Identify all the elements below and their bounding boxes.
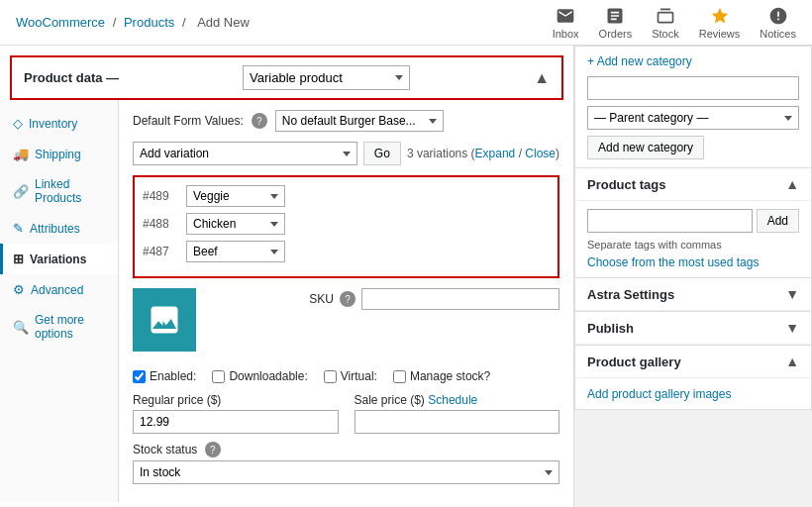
- sidebar-item-get-more[interactable]: 🔍 Get more options: [0, 305, 118, 349]
- breadcrumb-woocommerce[interactable]: WooCommerce: [16, 15, 105, 30]
- astra-settings-title: Astra Settings: [587, 287, 674, 302]
- sale-price-label: Sale price ($) Schedule: [355, 393, 560, 407]
- sidebar-item-advanced[interactable]: ⚙ Advanced: [0, 274, 118, 305]
- regular-price-field: Regular price ($): [133, 393, 339, 434]
- content-area: Default Form Values: ? No default Burger…: [119, 100, 573, 502]
- enabled-checkbox-item: Enabled:: [133, 369, 196, 383]
- categories-body: + Add new category — Parent category — A…: [575, 47, 811, 167]
- left-panel: Product data — Simple productVariable pr…: [0, 46, 574, 507]
- top-icon-orders[interactable]: Orders: [599, 6, 633, 40]
- add-gallery-images-link[interactable]: Add product gallery images: [587, 387, 731, 401]
- product-data-label: Product data —: [24, 70, 119, 85]
- most-used-tags-link[interactable]: Choose from the most used tags: [587, 255, 759, 269]
- shipping-label: Shipping: [35, 148, 81, 161]
- add-tag-button[interactable]: Add: [757, 209, 799, 233]
- shipping-icon: 🚚: [13, 147, 29, 161]
- sidebar-item-attributes[interactable]: ✎ Attributes: [0, 213, 118, 244]
- virtual-checkbox[interactable]: [324, 370, 337, 383]
- sidebar-item-inventory[interactable]: ◇ Inventory: [0, 108, 118, 139]
- attributes-icon: ✎: [13, 221, 24, 236]
- product-type-select[interactable]: Simple productVariable productGrouped pr…: [243, 65, 410, 90]
- top-icon-reviews[interactable]: Reviews: [699, 6, 741, 40]
- variation-id-489: #489: [143, 189, 178, 203]
- product-tags-body: Add Separate tags with commas Choose fro…: [575, 201, 811, 277]
- parent-category-select[interactable]: — Parent category —: [587, 106, 799, 130]
- product-tags-header[interactable]: Product tags ▲: [575, 168, 811, 201]
- breadcrumb-products[interactable]: Products: [124, 15, 174, 30]
- variation-select-487[interactable]: Beef: [186, 241, 285, 262]
- add-new-category-link[interactable]: + Add new category: [587, 54, 799, 68]
- variations-label: Variations: [30, 253, 86, 266]
- stock-status-select-wrap: In stockOut of stockOn backorder: [133, 460, 559, 484]
- product-gallery-title: Product gallery: [587, 355, 681, 369]
- variation-select-488[interactable]: Chicken: [186, 213, 285, 235]
- add-variation-select[interactable]: Add variation: [133, 142, 357, 165]
- collapse-button[interactable]: ▲: [534, 69, 550, 87]
- top-icon-notices[interactable]: Notices: [760, 6, 796, 40]
- get-more-icon: 🔍: [13, 320, 29, 335]
- top-icon-stock[interactable]: Stock: [652, 6, 679, 40]
- default-form-values-row: Default Form Values: ? No default Burger…: [133, 110, 559, 132]
- product-gallery-header[interactable]: Product gallery ▲: [575, 346, 811, 378]
- expand-link[interactable]: Expand: [475, 147, 516, 160]
- sidebar-item-shipping[interactable]: 🚚 Shipping: [0, 139, 118, 169]
- astra-toggle-icon: ▼: [785, 286, 799, 302]
- checkboxes-row: Enabled: Downloadable: Virtual: Manage s…: [133, 369, 559, 383]
- side-nav: ◇ Inventory 🚚 Shipping 🔗 Linked Products…: [0, 100, 119, 502]
- astra-settings-header[interactable]: Astra Settings ▼: [575, 278, 811, 311]
- top-icon-inbox[interactable]: Inbox: [553, 6, 579, 40]
- price-row: Regular price ($) Sale price ($) Schedul…: [133, 393, 559, 434]
- variation-item-487: #487 Beef: [143, 241, 550, 262]
- help-icon[interactable]: ?: [252, 113, 267, 129]
- right-sidebar: + Add new category — Parent category — A…: [574, 46, 812, 507]
- go-button[interactable]: Go: [363, 142, 401, 165]
- reviews-label: Reviews: [699, 28, 741, 40]
- sidebar-item-linked-products[interactable]: 🔗 Linked Products: [0, 169, 118, 213]
- variation-item-488: #488 Chicken: [143, 213, 550, 235]
- astra-settings-section: Astra Settings ▼: [574, 277, 812, 311]
- publish-header[interactable]: Publish ▼: [575, 312, 811, 345]
- downloadable-checkbox-item: Downloadable:: [212, 369, 307, 383]
- inbox-label: Inbox: [553, 28, 579, 40]
- variation-item-489: #489 Veggie: [143, 185, 550, 207]
- stock-status-select[interactable]: In stockOut of stockOn backorder: [133, 460, 559, 484]
- sku-row: SKU ?: [208, 288, 559, 310]
- top-bar: WooCommerce / Products / Add New Inbox O…: [0, 0, 812, 46]
- regular-price-input[interactable]: [133, 410, 339, 434]
- virtual-checkbox-item: Virtual:: [324, 369, 377, 383]
- default-form-select[interactable]: No default Burger Base...: [275, 110, 444, 132]
- stock-label: Stock: [652, 28, 679, 40]
- enabled-checkbox[interactable]: [133, 370, 146, 383]
- top-icons-bar: Inbox Orders Stock Reviews Notices: [553, 6, 796, 40]
- category-search-input[interactable]: [587, 76, 799, 100]
- advanced-icon: ⚙: [13, 282, 25, 297]
- linked-products-label: Linked Products: [35, 177, 108, 205]
- variation-select-489[interactable]: Veggie: [186, 185, 285, 207]
- tags-input[interactable]: [587, 209, 753, 233]
- sku-label: SKU: [309, 292, 334, 306]
- advanced-label: Advanced: [31, 283, 83, 297]
- stock-help-icon[interactable]: ?: [205, 442, 221, 457]
- publish-section: Publish ▼: [574, 311, 812, 345]
- manage-stock-checkbox[interactable]: [393, 370, 406, 383]
- product-image-placeholder[interactable]: [133, 288, 196, 352]
- regular-price-label: Regular price ($): [133, 393, 339, 407]
- tags-toggle-icon: ▲: [785, 176, 799, 192]
- variation-id-488: #488: [143, 217, 178, 231]
- virtual-label: Virtual:: [341, 369, 377, 383]
- close-link[interactable]: Close: [525, 147, 556, 160]
- default-form-label: Default Form Values:: [133, 114, 244, 128]
- sku-input[interactable]: [361, 288, 559, 310]
- linked-products-icon: 🔗: [13, 184, 29, 199]
- product-tags-title: Product tags: [587, 177, 665, 192]
- stock-status-label: Stock status ?: [133, 442, 559, 457]
- add-new-category-button[interactable]: Add new category: [587, 136, 704, 159]
- variations-count: 3 variations (Expand / Close): [407, 147, 559, 160]
- sidebar-item-variations[interactable]: ⊞ Variations: [0, 244, 118, 274]
- sale-price-input[interactable]: [355, 410, 560, 434]
- downloadable-checkbox[interactable]: [212, 370, 225, 383]
- schedule-link[interactable]: Schedule: [428, 393, 477, 407]
- variations-icon: ⊞: [13, 252, 24, 266]
- main-layout: Product data — Simple productVariable pr…: [0, 46, 812, 507]
- sku-help-icon[interactable]: ?: [340, 291, 355, 307]
